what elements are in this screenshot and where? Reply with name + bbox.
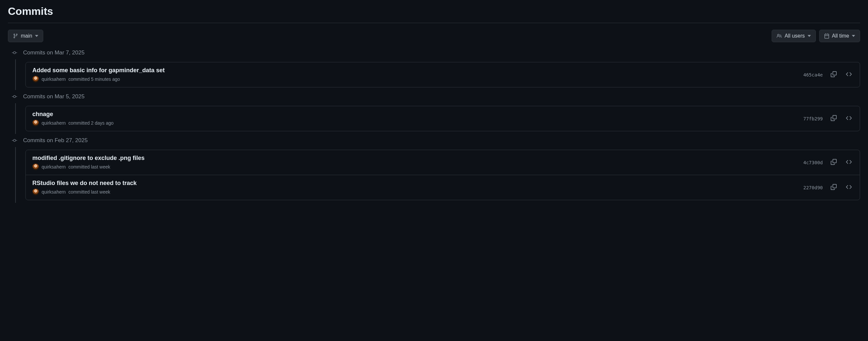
branch-selector-button[interactable]: main	[8, 30, 43, 42]
time-filter-label: All time	[832, 33, 849, 39]
avatar[interactable]	[32, 76, 39, 82]
git-commit-icon	[12, 50, 17, 56]
commit-date-header: Commits on Mar 5, 2025	[8, 90, 860, 103]
commit-time-text: committed 5 minutes ago	[68, 76, 120, 82]
chevron-down-icon	[808, 34, 811, 38]
commit-item: Added some basic info for gapminder_data…	[26, 62, 860, 87]
commit-groups: Commits on Mar 7, 2025Added some basic i…	[8, 46, 860, 211]
commit-meta: quirksaherncommitted last week	[32, 164, 145, 170]
commit-date-label: Commits on Mar 7, 2025	[23, 49, 85, 56]
commit-title-link[interactable]: RStudio files we do not need to track	[32, 180, 136, 187]
copy-icon	[831, 159, 837, 166]
copy-icon	[831, 71, 837, 78]
commit-meta: quirksaherncommitted last week	[32, 189, 136, 195]
commit-item: chnagequirksaherncommitted 2 days ago77f…	[26, 106, 860, 131]
avatar[interactable]	[32, 189, 39, 195]
commit-title-link[interactable]: chnage	[32, 111, 114, 118]
avatar[interactable]	[32, 164, 39, 170]
time-filter-button[interactable]: All time	[819, 30, 860, 42]
users-filter-button[interactable]: All users	[772, 30, 815, 42]
browse-code-button[interactable]	[844, 183, 853, 192]
commit-time-text: committed 2 days ago	[68, 121, 114, 126]
code-icon	[846, 184, 852, 191]
commit-item: RStudio files we do not need to trackqui…	[26, 175, 860, 200]
commit-meta: quirksaherncommitted 2 days ago	[32, 120, 114, 126]
commit-time-text: committed last week	[68, 189, 110, 195]
calendar-icon	[824, 33, 829, 39]
copy-sha-button[interactable]	[829, 158, 838, 167]
code-icon	[846, 115, 852, 122]
copy-sha-button[interactable]	[829, 114, 838, 123]
commit-author-link[interactable]: quirksahern	[41, 121, 66, 126]
copy-sha-button[interactable]	[829, 70, 838, 79]
commit-sha-link[interactable]: 4c7300d	[803, 160, 823, 165]
commit-time-text: committed last week	[68, 164, 110, 170]
people-icon	[777, 33, 782, 39]
commit-title-link[interactable]: modified .gitignore to exclude .png file…	[32, 155, 145, 162]
chevron-down-icon	[852, 34, 855, 38]
commit-sha-link[interactable]: 2270d90	[803, 185, 823, 190]
git-commit-icon	[12, 138, 17, 143]
git-branch-icon	[13, 33, 18, 39]
commit-item: modified .gitignore to exclude .png file…	[26, 150, 860, 175]
branch-label: main	[21, 33, 32, 39]
code-icon	[846, 71, 852, 78]
commit-date-label: Commits on Feb 27, 2025	[23, 137, 88, 144]
page-title: Commits	[8, 0, 860, 23]
commit-author-link[interactable]: quirksahern	[41, 189, 66, 195]
commit-sha-link[interactable]: 77fb299	[803, 116, 823, 122]
avatar[interactable]	[32, 120, 39, 126]
chevron-down-icon	[35, 34, 38, 38]
browse-code-button[interactable]	[844, 114, 853, 123]
commit-author-link[interactable]: quirksahern	[41, 76, 66, 82]
commit-date-header: Commits on Mar 7, 2025	[8, 46, 860, 59]
copy-sha-button[interactable]	[829, 183, 838, 192]
commit-sha-link[interactable]: 465ca4e	[803, 72, 823, 77]
browse-code-button[interactable]	[844, 70, 853, 79]
commit-date-label: Commits on Mar 5, 2025	[23, 93, 85, 100]
commit-meta: quirksaherncommitted 5 minutes ago	[32, 76, 165, 82]
copy-icon	[831, 115, 837, 122]
browse-code-button[interactable]	[844, 158, 853, 167]
code-icon	[846, 159, 852, 166]
commit-author-link[interactable]: quirksahern	[41, 164, 66, 170]
git-commit-icon	[12, 94, 17, 99]
commit-date-header: Commits on Feb 27, 2025	[8, 134, 860, 147]
copy-icon	[831, 184, 837, 191]
commit-title-link[interactable]: Added some basic info for gapminder_data…	[32, 67, 165, 74]
toolbar: main All users All time	[8, 23, 860, 46]
users-filter-label: All users	[784, 33, 805, 39]
